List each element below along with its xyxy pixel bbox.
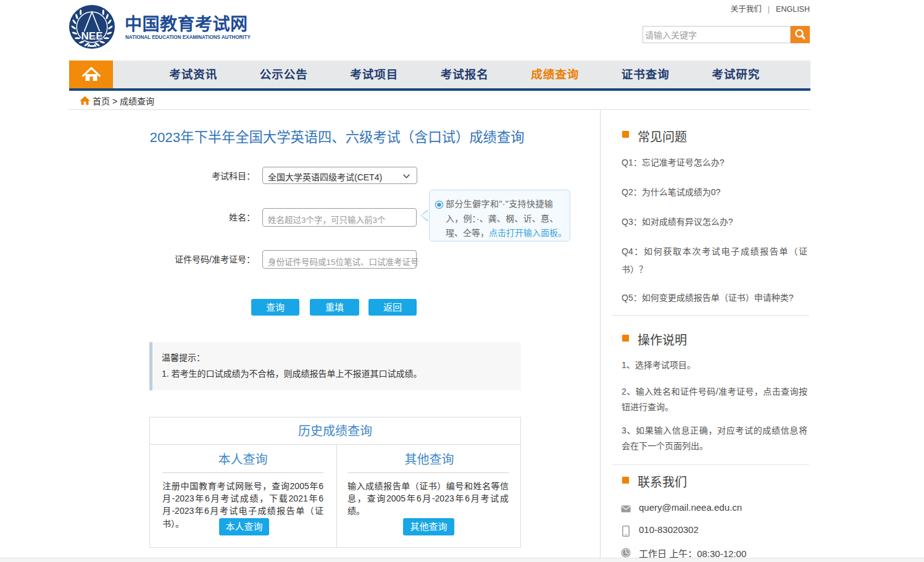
svg-text:NEE: NEE: [81, 30, 103, 42]
